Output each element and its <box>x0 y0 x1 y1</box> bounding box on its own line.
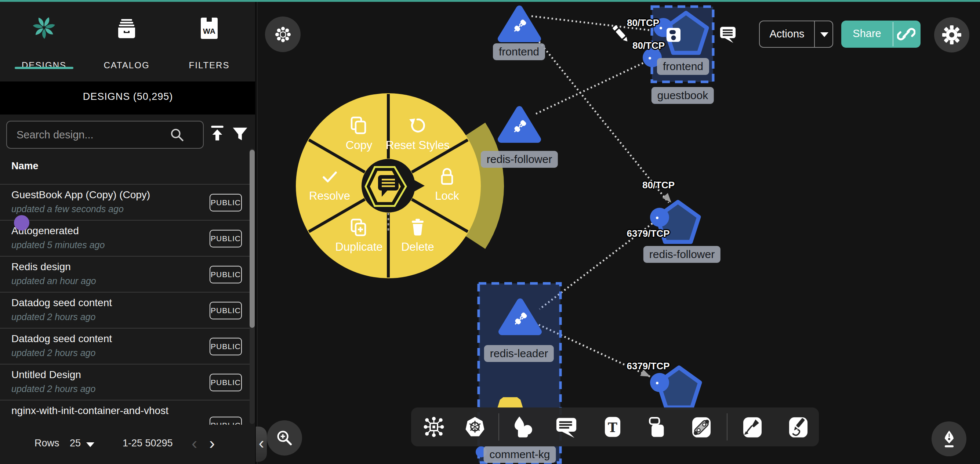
comment-tool[interactable] <box>551 411 582 442</box>
chevron-down-icon[interactable] <box>820 32 829 37</box>
design-row[interactable]: Datadog seed content updated 2 hours ago… <box>0 328 256 364</box>
edge-label: 6379/TCP <box>627 360 670 372</box>
visibility-badge: PUBLIC <box>210 194 242 211</box>
share-button[interactable]: Share <box>841 21 921 48</box>
node-label: comment-kg <box>484 446 556 463</box>
node-redis-follower-service[interactable] <box>497 104 541 144</box>
prev-page-button[interactable]: ‹ <box>192 433 197 453</box>
node-label: frontend <box>493 43 545 60</box>
next-page-button[interactable]: › <box>209 433 215 453</box>
link-tool[interactable] <box>686 411 717 442</box>
visibility-badge: PUBLIC <box>210 230 242 247</box>
comment-icon[interactable] <box>719 26 736 44</box>
design-row[interactable]: GuestBook App (Copy) (Copy) updated a fe… <box>0 184 256 220</box>
design-list: Name GuestBook App (Copy) (Copy) updated… <box>0 147 256 425</box>
node-redis-leader-service[interactable] <box>498 297 542 336</box>
top-accent-strip <box>0 0 980 2</box>
design-name: Redis design <box>11 261 71 273</box>
tab-designs[interactable]: DESIGNS <box>9 13 79 68</box>
node-label: guestbook <box>652 87 714 104</box>
design-name: Untitled Design <box>11 369 81 381</box>
snowflake-cluster-icon <box>274 26 292 44</box>
settings-button[interactable] <box>934 17 969 53</box>
design-name: Datadog seed content <box>11 297 112 309</box>
radial-item-delete[interactable]: Delete <box>401 241 434 254</box>
actions-label: Actions <box>760 28 814 40</box>
design-row[interactable]: Autogenerated updated 5 minutes ago PUBL… <box>0 220 256 256</box>
wasm-filter-icon: WA <box>201 18 218 39</box>
design-row[interactable]: Datadog seed content updated 2 hours ago… <box>0 292 256 328</box>
panel-divider-line <box>257 0 257 464</box>
radial-item-lock[interactable]: Lock <box>435 190 459 203</box>
list-scrollbar-thumb[interactable] <box>250 150 255 328</box>
radial-item-reset-styles[interactable]: Reset Styles <box>386 139 450 152</box>
port-circle[interactable] <box>650 208 669 227</box>
catalog-archive-icon <box>116 19 137 39</box>
copy-link-icon[interactable] <box>897 26 915 43</box>
design-updated: updated 2 hours ago <box>11 384 95 394</box>
design-updated: updated 2 hours ago <box>11 312 95 322</box>
import-design-icon[interactable] <box>210 126 224 144</box>
designs-sidebar: DESIGNS CATALOG WA <box>0 0 256 464</box>
column-header-name: Name <box>11 160 38 172</box>
tab-label: FILTERS <box>174 60 244 70</box>
design-row[interactable]: Untitled Design updated 2 hours ago PUBL… <box>0 364 256 400</box>
design-name: Datadog seed content <box>11 333 112 345</box>
filter-icon[interactable] <box>232 126 248 142</box>
freehand-pencil-tool[interactable] <box>783 411 814 442</box>
search-field[interactable] <box>6 121 204 149</box>
radial-item-resolve[interactable]: Resolve <box>309 190 350 203</box>
node-label: redis-follower <box>643 246 721 263</box>
design-updated: updated an hour ago <box>11 276 96 286</box>
node-label: frontend <box>657 58 709 75</box>
design-row[interactable]: Redis design updated an hour ago PUBLIC <box>0 256 256 292</box>
port-circle[interactable] <box>650 373 669 392</box>
rows-per-page-select[interactable]: 25 <box>70 438 81 449</box>
shapes-tool[interactable] <box>507 411 538 442</box>
design-updated: updated a few seconds ago <box>11 204 124 214</box>
kubernetes-tool[interactable] <box>460 411 490 442</box>
search-icon <box>170 128 185 143</box>
actions-button[interactable]: Actions <box>759 21 833 48</box>
notes-tool[interactable] <box>641 411 673 442</box>
tab-label: CATALOG <box>92 60 162 70</box>
toolbar-divider <box>498 413 499 440</box>
radial-item-copy[interactable]: Copy <box>346 139 372 152</box>
button-divider <box>892 22 893 46</box>
design-name: GuestBook App (Copy) (Copy) <box>11 189 150 201</box>
tab-filters[interactable]: WA FILTERS <box>174 13 244 68</box>
zoom-in-button[interactable] <box>267 420 302 456</box>
text-tool[interactable]: T <box>597 411 628 442</box>
edge-label: 6379/TCP <box>627 228 670 239</box>
canvas-toolbar: T <box>411 407 819 446</box>
share-label: Share <box>841 27 892 40</box>
helm-chart-button[interactable] <box>265 16 301 52</box>
node-graph-tool[interactable] <box>418 411 449 442</box>
chevron-down-icon[interactable] <box>86 442 94 447</box>
gear-icon <box>942 25 962 45</box>
design-name: nginx-with-init-container-and-vhost <box>11 405 169 417</box>
visibility-badge: PUBLIC <box>210 266 242 284</box>
save-icon <box>666 27 681 42</box>
comment-kg-node[interactable] <box>497 397 523 408</box>
node-label: redis-follower <box>481 151 558 168</box>
edge-pen-tool[interactable] <box>737 411 768 442</box>
edge-label: 80/TCP <box>642 180 675 191</box>
designs-count-header: DESIGNS (50,295) <box>0 81 256 115</box>
design-row[interactable]: nginx-with-init-container-and-vhost PUBL… <box>0 400 256 425</box>
pen-mode-button[interactable] <box>932 421 966 456</box>
node-label: redis-leader <box>484 345 554 362</box>
visibility-badge: PUBLIC <box>210 417 242 425</box>
radial-context-menu[interactable] <box>268 65 510 314</box>
designs-count-text: DESIGNS (50,295) <box>0 91 256 102</box>
pagination-range: 1-25 50295 <box>123 438 173 449</box>
node-frontend-service[interactable] <box>497 4 541 43</box>
svg-text:T: T <box>608 420 617 435</box>
visibility-badge: PUBLIC <box>210 374 242 391</box>
toolbar-divider <box>727 413 727 440</box>
zoom-in-icon <box>275 428 294 448</box>
visibility-badge: PUBLIC <box>210 338 242 356</box>
radial-item-duplicate[interactable]: Duplicate <box>335 241 382 254</box>
tab-catalog[interactable]: CATALOG <box>92 13 162 68</box>
sidebar-collapse-handle[interactable]: ‹ <box>256 427 267 462</box>
